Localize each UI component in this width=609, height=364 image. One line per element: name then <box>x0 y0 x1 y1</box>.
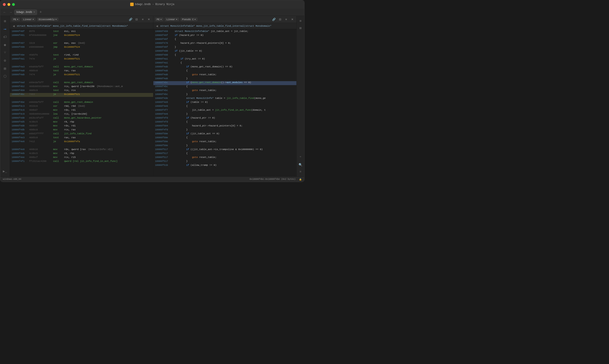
right-icon-quote[interactable]: " <box>298 155 304 161</box>
right-sidebar: ⊞ ▤ " 🔍 ≡ <box>297 16 304 177</box>
table-row: 18006f4e6 } <box>153 113 297 117</box>
right-icon-search[interactable]: 🔍 <box>298 162 304 168</box>
right-pe-button[interactable]: PE ▾ <box>155 17 164 21</box>
left-pe-button[interactable]: PE ▾ <box>12 17 20 21</box>
tab-close-icon[interactable]: ✕ <box>33 11 35 13</box>
left-pane: PE ▾ Linear ▾ Disassembly ▾ 🔗 ⊟ ≡ <box>10 16 153 177</box>
table-row: 18006f480 { <box>153 53 297 58</box>
back-button[interactable]: ← <box>2 10 7 15</box>
table-row: 18006f4bc { <box>153 85 297 89</box>
table-row: 18006f46f } <box>153 46 297 50</box>
window-title: bdwgc.bndb - Binary Ninja <box>130 3 174 6</box>
left-code-lines: 18006f48f 85f6 test esi, esi 18006f491 0… <box>10 29 153 165</box>
table-row: 18006f4eb 4c8bc5 mov r8, rbp <box>10 152 153 156</box>
table-row: 18006f4bc goto reset_table; <box>153 89 297 93</box>
titlebar: bdwgc.bndb - Binary Ninja <box>0 0 304 9</box>
table-row: 18006f4a1 747e je 0x18006f521 <box>10 58 153 62</box>
table-row: 18006f46f { <box>153 38 297 42</box>
right-func-header: ◀ struct MonoJitInfoTable* mono_jit_info… <box>153 23 297 29</box>
sidebar-icon-grid[interactable]: ⊞ <box>1 18 9 25</box>
right-pane-toolbar: PE ▾ Linear ▾ Pseudo C ▾ 🔗 ⊟ ≡ ✕ <box>153 16 297 23</box>
sidebar-icon-terminal[interactable]: ▶_ <box>1 168 9 175</box>
left-disasm-button[interactable]: Disassembly ▾ <box>37 17 58 21</box>
table-row: 18006f4d0 e82bc9faff call mono_get_hazar… <box>10 117 153 120</box>
table-row: 18006f4a8 4885c0 test rax, rax <box>10 69 153 73</box>
table-row: 18006f497 33c0 xor eax, eax {0x0} <box>10 42 153 46</box>
table-row: 18006f469 struct MonoJitInfoTable* jit_t… <box>153 30 297 34</box>
table-row: 18006f476 hazard_ptr->hazard_pointers[0]… <box>153 42 297 46</box>
table-row: 18006f4de struct MonoJitInfo* table = ji… <box>153 97 297 101</box>
right-icon-layers[interactable]: ⊞ <box>298 18 304 24</box>
left-pane-toolbar: PE ▾ Linear ▾ Disassembly ▾ 🔗 ⊟ ≡ <box>10 16 153 23</box>
table-row: 18006f504 hazard_ptr->hazard_pointers[0]… <box>153 124 297 129</box>
tab-label: bdwgc.bndb <box>16 11 32 14</box>
sidebar-icon-stack[interactable]: ▤ <box>1 65 9 72</box>
sidebar-icon-debug[interactable]: ⚙ <box>1 57 9 64</box>
tab-bdwgc[interactable]: bdwgc.bndb ✕ <box>14 9 37 15</box>
right-icon-stack[interactable]: ▤ <box>298 25 304 31</box>
table-row: 18006f4d5 4c8bc5 mov r8, rbp <box>10 120 153 124</box>
table-row: 18006f491 0f858d000000 jne 0x18006f524 <box>10 34 153 38</box>
close-button[interactable] <box>3 3 6 6</box>
editors-area: PE ▾ Linear ▾ Disassembly ▾ 🔗 ⊟ ≡ <box>10 16 297 177</box>
main-area: ⊞ ⟶ 🏷 ◉ ⑂ ⚙ ▤ ⬡ ▶_ PE ▾ Linear <box>0 16 304 177</box>
table-row: 18006f499 e986000000 jmp 0x18006f524 <box>10 46 153 50</box>
table-row: 18006f4a3 e8a8dafbff call mono_get_root_… <box>10 65 153 69</box>
main-window: bdwgc.bndb - Binary Ninja ← → bdwgc.bndb… <box>0 0 305 182</box>
right-menu-icon[interactable]: ≡ <box>284 17 288 22</box>
table-row: 18006f4e3 4885c0 test rax, rax <box>10 136 153 140</box>
table-row-highlighted: 18006f4bc if (mono_get_root_domain()->ao… <box>153 81 297 85</box>
table-row: 18006f480 if (jit_table == 0) <box>153 50 297 53</box>
left-menu-icon[interactable]: ≡ <box>141 17 145 22</box>
table-row: 18006f517 } <box>153 160 297 164</box>
left-split-icon[interactable]: ⊟ <box>134 17 139 22</box>
table-row: 18006f49e 4585f6 test r14d, r14d <box>10 53 153 58</box>
table-row: 18006f4e6 if (table != 0) <box>153 101 297 105</box>
sidebar-icon-branch[interactable]: ⑂ <box>1 49 9 56</box>
right-pseudoc-button[interactable]: Pseudo C ▾ <box>181 17 197 21</box>
minimize-button[interactable] <box>7 3 10 6</box>
table-row: 18006f4b9 4885c9 test rcx, rcx <box>10 89 153 93</box>
app-icon <box>130 3 134 6</box>
table-row: 18006f4a1 if (try_aot != 0) <box>153 58 297 62</box>
right-link-icon[interactable]: 🔗 <box>272 17 276 22</box>
right-split-icon[interactable]: ⊟ <box>278 17 282 22</box>
table-row: 18006f4ab 7474 je 0x18006f521 <box>10 73 153 77</box>
right-close-icon[interactable]: ✕ <box>290 17 295 22</box>
status-lock-icon: 🔒 <box>299 178 302 181</box>
sidebar-icon-connect[interactable]: ⬡ <box>1 73 9 80</box>
table-row: 18006f517 if ((jit_table_aot->is_trampol… <box>153 148 297 152</box>
title-text: bdwgc.bndb - Binary Ninja <box>135 3 174 6</box>
table-row: 18006f4f7 jit_table_aot = jit_info_find_… <box>153 109 297 113</box>
table-row: 18006f48f 85f6 test esi, esi <box>10 30 153 34</box>
left-func-sig: struct MonoJitInfoTable* mono_jit_info_t… <box>17 25 128 27</box>
sidebar-icon-tag[interactable]: 🏷 <box>1 33 9 40</box>
right-icon-lines[interactable]: ≡ <box>298 169 304 175</box>
forward-button[interactable]: → <box>8 10 13 15</box>
table-row: 18006f4fd { <box>153 120 297 124</box>
table-row: 18006f51b if (allow_tramp != 0) <box>153 164 297 168</box>
left-sidebar: ⊞ ⟶ 🏷 ◉ ⑂ ⚙ ▤ ⬡ ▶_ <box>0 16 10 177</box>
table-row: 18006f4c9 488b8850100000 lea rcx, [rax+0… <box>10 113 153 117</box>
left-code-area[interactable]: 18006f48f 85f6 test esi, esi 18006f491 0… <box>10 29 153 177</box>
left-linear-button[interactable]: Linear ▾ <box>21 17 36 21</box>
table-row: 18006f50e goto reset_table; <box>153 140 297 144</box>
right-code-area[interactable]: 18006f469 struct MonoJitInfoTable* jit_t… <box>153 29 297 177</box>
new-tab-button[interactable]: + <box>38 10 43 15</box>
maximize-button[interactable] <box>12 3 15 6</box>
table-row: 18006f4ab { <box>153 69 297 73</box>
right-linear-button[interactable]: Linear ▾ <box>165 17 179 21</box>
sidebar-icon-flow[interactable]: ⟶ <box>1 26 9 33</box>
left-close-icon[interactable]: ✕ <box>147 17 151 22</box>
table-row: 18006f517 goto reset_table; <box>153 156 297 160</box>
table-row: 18006f4a1 { <box>153 62 297 65</box>
right-func-nav-prev[interactable]: ◀ <box>155 24 159 28</box>
table-row: 18006f4b2 488b8850100000 mov rcx, qword … <box>10 85 153 89</box>
right-func-sig: struct MonoJitInfoTable* mono_jit_info_t… <box>160 25 272 27</box>
table-row: 18006f4ab if (mono_get_root_domain() == … <box>153 65 297 69</box>
left-func-nav-prev[interactable]: ◀ <box>12 24 15 28</box>
table-row: 18006f46f if (hazard_ptr != 0) <box>153 34 297 38</box>
left-link-icon[interactable]: 🔗 <box>128 17 133 22</box>
sidebar-icon-location[interactable]: ◉ <box>1 41 9 48</box>
left-func-header: ◀ struct MonoJitInfoTable* mono_jit_info… <box>10 23 153 29</box>
